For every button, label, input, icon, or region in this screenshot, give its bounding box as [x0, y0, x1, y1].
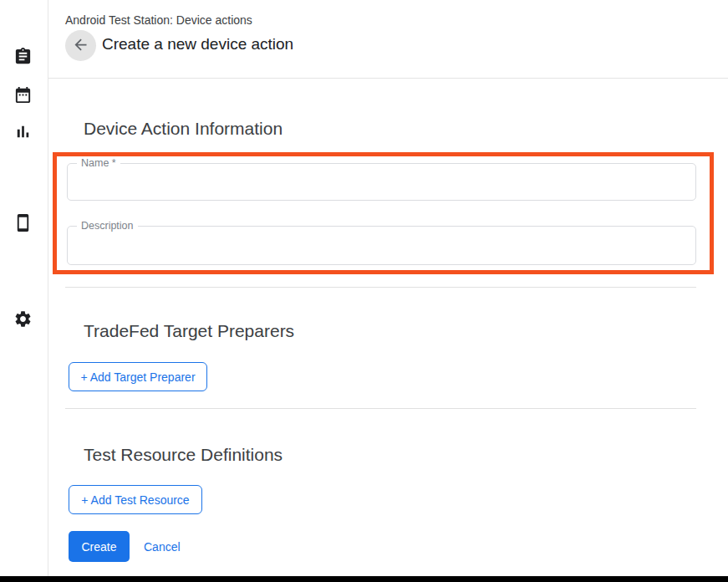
window-bottom-border: [0, 576, 728, 582]
header-divider: [48, 78, 728, 79]
back-button[interactable]: [65, 30, 96, 61]
section-divider: [65, 408, 696, 409]
create-button[interactable]: Create: [69, 531, 130, 562]
add-target-preparer-button[interactable]: + Add Target Preparer: [69, 362, 207, 391]
section-title-target-preparers: TradeFed Target Preparers: [84, 321, 294, 341]
page-title: Create a new device action: [102, 35, 293, 54]
description-input[interactable]: [76, 232, 687, 259]
cancel-link[interactable]: Cancel: [144, 540, 181, 554]
section-title-test-resources: Test Resource Definitions: [84, 445, 283, 465]
name-field[interactable]: Name *: [67, 163, 696, 201]
description-field-label: Description: [77, 220, 138, 232]
clipboard-icon: [12, 47, 33, 66]
section-divider: [65, 287, 696, 288]
gear-icon: [12, 309, 33, 329]
sidebar-item-devices[interactable]: [12, 212, 33, 233]
sidebar-item-reports[interactable]: [12, 120, 33, 142]
sidebar-item-schedule[interactable]: [12, 84, 33, 105]
arrow-left-icon: [72, 36, 89, 56]
section-title-device-action-information: Device Action Information: [84, 119, 283, 139]
add-test-resource-button[interactable]: + Add Test Resource: [69, 485, 202, 514]
description-field[interactable]: Description: [67, 226, 696, 265]
sidebar-item-tests[interactable]: [12, 45, 33, 67]
calendar-icon: [12, 85, 33, 105]
smartphone-icon: [12, 213, 33, 232]
bar-chart-icon: [12, 122, 33, 141]
name-input[interactable]: [76, 169, 687, 195]
sidebar: [0, 0, 48, 576]
breadcrumb: Android Test Station: Device actions: [65, 13, 252, 27]
sidebar-item-settings[interactable]: [12, 308, 33, 329]
app-window: Android Test Station: Device actions Cre…: [0, 0, 728, 582]
name-field-label: Name *: [77, 157, 120, 170]
